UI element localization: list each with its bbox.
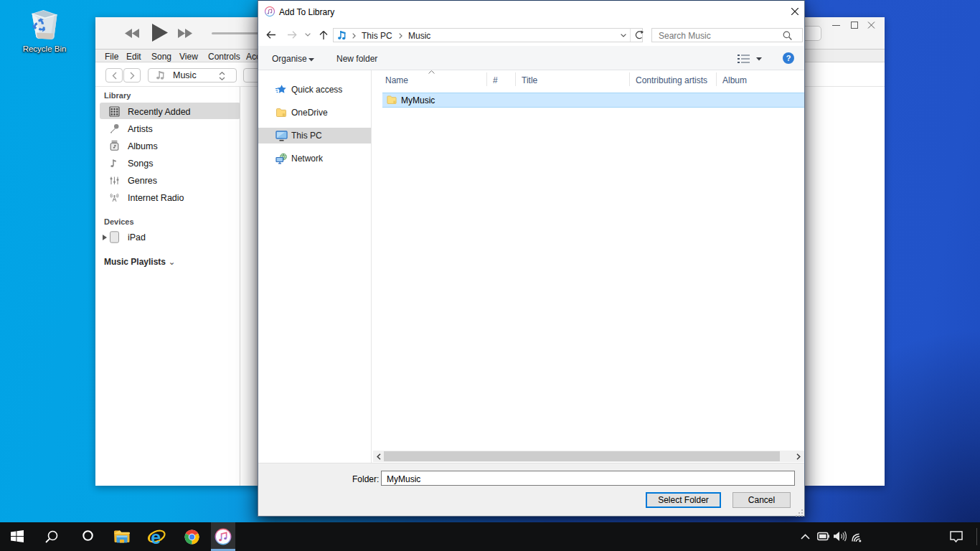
svg-text:e: e xyxy=(151,528,161,545)
